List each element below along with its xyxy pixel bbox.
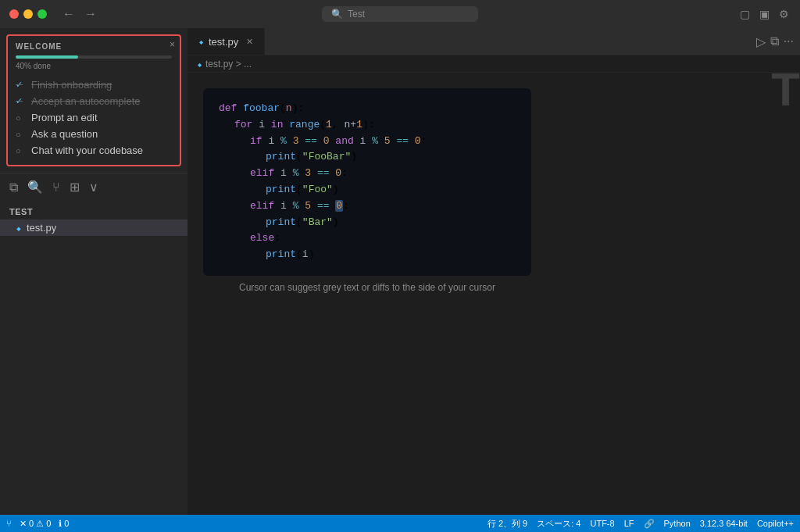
code-line: if i % 3 == 0 and i % 5 == 0: xyxy=(219,134,516,150)
welcome-item-label: Finish onboarding xyxy=(31,79,112,91)
language-status[interactable]: Python xyxy=(664,519,691,528)
search-tool-button[interactable]: 🔍 xyxy=(24,178,46,196)
circle-icon: ○ xyxy=(16,113,27,123)
errors-status[interactable]: ✕ 0 ⚠ 0 xyxy=(20,519,51,529)
welcome-item-ask-question[interactable]: ○ Ask a question xyxy=(16,126,172,142)
code-line: print("FooBar") xyxy=(219,149,516,166)
python-tab-icon: ⬥ xyxy=(198,36,204,47)
welcome-close-button[interactable]: × xyxy=(170,39,175,50)
explorer-section-title: TEST xyxy=(0,204,188,220)
welcome-title: WELCOME xyxy=(16,42,172,51)
welcome-item-prompt-edit[interactable]: ○ Prompt an edit xyxy=(16,109,172,126)
git-icon: ⑂ xyxy=(6,519,12,528)
code-line: print("Foo") xyxy=(219,182,516,198)
search-icon: 🔍 xyxy=(331,9,343,20)
copilot-icon[interactable]: 🔗 xyxy=(644,519,655,529)
code-area: def foobar(n): for i in range(1, n+1): i… xyxy=(188,73,800,515)
traffic-lights xyxy=(9,9,47,19)
warning-icon: ⚠ xyxy=(36,519,44,529)
welcome-item-accept-autocomplete[interactable]: ✓ Accept an autocomplete xyxy=(16,93,172,109)
code-line: print("Bar") xyxy=(219,215,516,231)
titlebar: ← → 🔍 Test ▢ ▣ ⚙ xyxy=(0,0,800,28)
minimize-button[interactable] xyxy=(23,9,33,19)
indent-status[interactable]: スペース: 4 xyxy=(537,518,580,530)
circle-icon: ○ xyxy=(16,146,27,155)
tab-label: test.py xyxy=(209,36,238,48)
code-line: else: xyxy=(219,230,516,247)
python-version-status[interactable]: 3.12.3 64-bit xyxy=(700,519,748,528)
warning-count: 0 xyxy=(46,519,51,528)
sidebar-toolbar: ⧉ 🔍 ⑂ ⊞ ∨ xyxy=(0,173,188,201)
chevron-tool-button[interactable]: ∨ xyxy=(86,178,102,196)
code-line: def foobar(n): xyxy=(219,101,516,117)
layout-icon[interactable]: ▢ xyxy=(738,6,752,22)
back-button[interactable]: ← xyxy=(59,5,78,23)
tab-actions: ▷ ⧉ ··· xyxy=(750,28,800,55)
code-block[interactable]: def foobar(n): for i in range(1, n+1): i… xyxy=(203,88,531,276)
encoding-status[interactable]: UTF-8 xyxy=(590,519,614,528)
close-button[interactable] xyxy=(9,9,19,19)
welcome-item-chat-codebase[interactable]: ○ Chat with your codebase xyxy=(16,142,172,159)
info-icon: ℹ xyxy=(59,519,62,529)
status-left: ⑂ ✕ 0 ⚠ 0 ℹ 0 xyxy=(6,519,69,529)
tab-test-py[interactable]: ⬥ test.py ✕ xyxy=(188,28,265,55)
check-icon: ✓ xyxy=(16,96,27,106)
breadcrumb-file-icon: ⬥ xyxy=(197,59,202,70)
run-icon[interactable]: ▷ xyxy=(756,34,766,49)
copy-tool-button[interactable]: ⧉ xyxy=(6,178,21,196)
progress-bar-fill xyxy=(16,55,78,59)
tab-bar: ⬥ test.py ✕ ▷ ⧉ ··· xyxy=(188,28,800,55)
editor-area: ⬥ test.py ✕ ▷ ⧉ ··· ⬥ test.py > ... def … xyxy=(188,28,800,515)
info-status[interactable]: ℹ 0 xyxy=(59,519,69,529)
welcome-panel: × WELCOME 40% done ✓ Finish onboarding ✓… xyxy=(6,34,181,166)
git-tool-button[interactable]: ⑂ xyxy=(49,178,63,196)
cursor-hint-text: Cursor can suggest grey text or diffs to… xyxy=(203,282,531,293)
status-bar: ⑂ ✕ 0 ⚠ 0 ℹ 0 行 2、列 9 スペース: 4 UTF-8 LF 🔗… xyxy=(0,515,800,532)
check-icon: ✓ xyxy=(16,80,27,90)
circle-icon: ○ xyxy=(16,130,27,139)
extensions-tool-button[interactable]: ⊞ xyxy=(66,178,83,196)
progress-bar-track xyxy=(16,55,172,59)
cursor-position[interactable]: 行 2、列 9 xyxy=(488,518,527,530)
tab-close-button[interactable]: ✕ xyxy=(246,37,253,47)
settings-icon[interactable]: ⚙ xyxy=(777,6,791,22)
list-item[interactable]: ⬥ test.py xyxy=(0,220,188,236)
welcome-item-label: Prompt an edit xyxy=(31,112,98,123)
welcome-item-label: Ask a question xyxy=(31,128,98,140)
nav-buttons: ← → xyxy=(59,5,100,23)
error-count: 0 xyxy=(29,519,34,528)
progress-text: 40% done xyxy=(16,62,172,70)
status-right: 行 2、列 9 スペース: 4 UTF-8 LF 🔗 Python 3.12.3… xyxy=(488,518,794,530)
code-line: for i in range(1, n+1): xyxy=(219,117,516,134)
copilot-status[interactable]: Copilot++ xyxy=(757,519,794,528)
python-icon: ⬥ xyxy=(16,222,22,234)
file-name: test.py xyxy=(27,222,56,234)
breadcrumb-text: test.py > ... xyxy=(205,59,252,70)
panel-icon[interactable]: ▣ xyxy=(758,6,771,22)
git-status[interactable]: ⑂ xyxy=(6,519,12,528)
line-ending-status[interactable]: LF xyxy=(624,519,634,528)
sidebar: × WELCOME 40% done ✓ Finish onboarding ✓… xyxy=(0,28,188,515)
code-line: elif i % 3 == 0: xyxy=(219,166,516,182)
file-explorer: TEST ⬥ test.py xyxy=(0,201,188,515)
welcome-item-finish-onboarding[interactable]: ✓ Finish onboarding xyxy=(16,77,172,93)
forward-button[interactable]: → xyxy=(81,5,100,23)
maximize-button[interactable] xyxy=(38,9,47,19)
error-icon: ✕ xyxy=(20,519,27,529)
welcome-item-label: Accept an autocomplete xyxy=(31,95,140,107)
main-area: × WELCOME 40% done ✓ Finish onboarding ✓… xyxy=(0,28,800,515)
breadcrumb: ⬥ test.py > ... xyxy=(188,55,800,73)
search-bar[interactable]: 🔍 Test xyxy=(322,6,478,22)
more-actions-icon[interactable]: ··· xyxy=(784,34,794,48)
code-line: print(i) xyxy=(219,247,516,263)
welcome-item-label: Chat with your codebase xyxy=(31,145,143,156)
search-text: Test xyxy=(348,9,365,20)
split-editor-icon[interactable]: ⧉ xyxy=(770,34,779,48)
info-count: 0 xyxy=(64,519,69,528)
code-line: elif i % 5 == 0: xyxy=(219,198,516,215)
titlebar-icons: ▢ ▣ ⚙ xyxy=(738,6,791,22)
